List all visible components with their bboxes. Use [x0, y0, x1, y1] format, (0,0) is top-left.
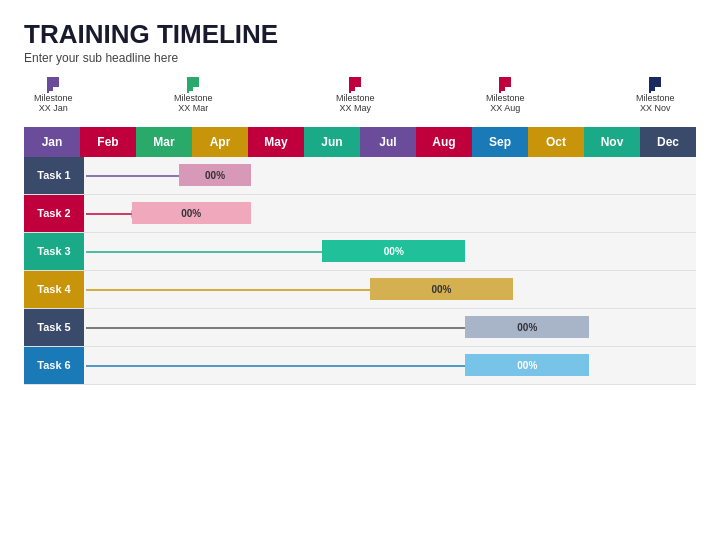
- flag-icon-5: [646, 75, 664, 93]
- svg-rect-5: [349, 77, 351, 93]
- task-label-6: Task 6: [24, 347, 84, 384]
- month-aug: Aug: [416, 127, 472, 157]
- task-bar-4: 00%: [370, 278, 513, 300]
- task-percent-4: 00%: [431, 284, 451, 295]
- task-row-3: Task 300%: [24, 233, 696, 271]
- task-bar-6: 00%: [465, 354, 589, 376]
- task-bar-5: 00%: [465, 316, 589, 338]
- month-oct: Oct: [528, 127, 584, 157]
- month-sep: Sep: [472, 127, 528, 157]
- task-bar-area-2: 00%: [84, 195, 696, 232]
- task-label-4: Task 4: [24, 271, 84, 308]
- flag-icon-2: [184, 75, 202, 93]
- month-dec: Dec: [640, 127, 696, 157]
- svg-rect-1: [47, 77, 49, 93]
- task-bar-area-1: 00%: [84, 157, 696, 194]
- task-bar-area-3: 00%: [84, 233, 696, 270]
- gantt-body: Task 100%Task 200%Task 300%Task 400%Task…: [24, 157, 696, 385]
- svg-rect-9: [649, 77, 651, 93]
- task-bar-area-6: 00%: [84, 347, 696, 384]
- task-percent-3: 00%: [384, 246, 404, 257]
- task-row-6: Task 600%: [24, 347, 696, 385]
- task-row-5: Task 500%: [24, 309, 696, 347]
- month-nov: Nov: [584, 127, 640, 157]
- task-row-4: Task 400%: [24, 271, 696, 309]
- flag-icon-1: [44, 75, 62, 93]
- milestone-5: MilestoneXX Nov: [636, 75, 675, 115]
- task-label-2: Task 2: [24, 195, 84, 232]
- task-label-3: Task 3: [24, 233, 84, 270]
- task-percent-5: 00%: [517, 322, 537, 333]
- month-jan: Jan: [24, 127, 80, 157]
- milestone-2: MilestoneXX Mar: [174, 75, 213, 115]
- milestone-3: MilestoneXX May: [336, 75, 375, 115]
- title: TRAINING TIMELINE: [24, 20, 696, 49]
- task-label-5: Task 5: [24, 309, 84, 346]
- slide: TRAINING TIMELINE Enter your sub headlin…: [0, 0, 720, 540]
- svg-rect-3: [187, 77, 189, 93]
- task-row-2: Task 200%: [24, 195, 696, 233]
- task-bar-3: 00%: [322, 240, 465, 262]
- task-bar-area-5: 00%: [84, 309, 696, 346]
- task-bar-2: 00%: [132, 202, 251, 224]
- task-percent-1: 00%: [205, 170, 225, 181]
- task-arrow-svg-1: [84, 157, 656, 195]
- milestones-row: MilestoneXX Jan MilestoneXX Mar Mileston…: [24, 75, 696, 127]
- month-feb: Feb: [80, 127, 136, 157]
- month-may: May: [248, 127, 304, 157]
- flag-icon-4: [496, 75, 514, 93]
- task-row-1: Task 100%: [24, 157, 696, 195]
- milestone-1: MilestoneXX Jan: [34, 75, 73, 115]
- month-jun: Jun: [304, 127, 360, 157]
- flag-icon-3: [346, 75, 364, 93]
- task-percent-2: 00%: [181, 208, 201, 219]
- month-mar: Mar: [136, 127, 192, 157]
- task-percent-6: 00%: [517, 360, 537, 371]
- task-bar-area-4: 00%: [84, 271, 696, 308]
- task-label-1: Task 1: [24, 157, 84, 194]
- month-jul: Jul: [360, 127, 416, 157]
- month-header: JanFebMarAprMayJunJulAugSepOctNovDec: [24, 127, 696, 157]
- month-apr: Apr: [192, 127, 248, 157]
- task-bar-1: 00%: [179, 164, 251, 186]
- milestone-4: MilestoneXX Aug: [486, 75, 525, 115]
- subtitle: Enter your sub headline here: [24, 51, 696, 65]
- svg-rect-7: [499, 77, 501, 93]
